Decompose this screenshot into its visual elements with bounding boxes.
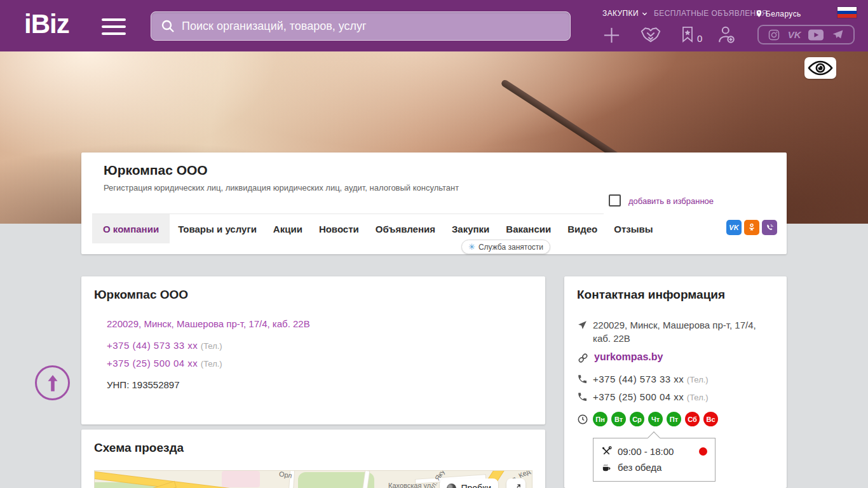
day-badge-sun[interactable]: Вс [703, 412, 718, 426]
day-badge-mon[interactable]: Пн [593, 412, 607, 426]
working-hours-tooltip: 09:00 - 18:00 без обеда [593, 438, 715, 482]
free-ads-link[interactable]: БЕСПЛАТНЫЕ ОБЪЯВЛЕНИЯ [654, 9, 768, 18]
contact-title: Контактная информация [577, 288, 725, 302]
tab-about[interactable]: О компании [92, 214, 170, 243]
map-title: Схема проезда [94, 441, 184, 455]
phone-icon [577, 391, 588, 402]
favorites-count[interactable]: 0 [697, 33, 702, 44]
phone-type: (Тел.) [687, 393, 709, 402]
phone-link[interactable]: +375 (25) 500 04 xx [107, 358, 198, 369]
day-badge-sat[interactable]: Сб [685, 412, 700, 426]
phone-number[interactable]: +375 (25) 500 04 xx [593, 391, 684, 402]
tooltip-caret [648, 431, 660, 444]
phone-type: (Тел.) [687, 375, 709, 384]
employment-badge-label: Служба занятости [478, 243, 543, 252]
contact-address: 220029, Минск, Машерова пр-т, 17/4, каб.… [593, 318, 774, 345]
tab-video[interactable]: Видео [559, 214, 606, 243]
tab-ads[interactable]: Объявления [367, 214, 444, 243]
about-card: Юркомпас ООО 220029, Минск, Машерова пр-… [81, 276, 545, 424]
scroll-to-top-button[interactable] [35, 365, 70, 400]
day-badge-thu[interactable]: Чт [648, 412, 663, 426]
working-hours: 09:00 - 18:00 [618, 446, 674, 457]
vk-share-icon[interactable]: VK [726, 220, 742, 235]
youtube-icon[interactable] [808, 29, 824, 41]
contact-phone-row: +375 (25) 500 04 xx (Тел.) [593, 391, 709, 403]
odnoklassniki-icon[interactable] [744, 220, 759, 235]
company-unp: УНП: 193552897 [107, 379, 180, 390]
map-district-area [222, 471, 260, 487]
tab-products[interactable]: Товары и услуги [170, 214, 265, 243]
map-fullscreen-button[interactable] [506, 478, 526, 488]
working-days: Пн Вт Ср Чт Пт Сб Вс [593, 412, 718, 426]
navigation-arrow-icon [577, 320, 588, 330]
about-phone-row: +375 (44) 573 33 xx (Тел.) [107, 340, 222, 351]
day-badge-tue[interactable]: Вт [611, 412, 626, 426]
header: iBiz ЗАКУПКИ БЕСПЛАТНЫЕ ОБЪЯВЛЕНИЯ Белар… [0, 0, 868, 51]
menu-icon[interactable] [102, 18, 126, 35]
logo[interactable]: iBiz [24, 9, 69, 39]
company-social-links: VK [726, 220, 777, 235]
phone-type: (Тел.) [201, 359, 222, 369]
chevron-down-icon [641, 10, 648, 17]
tab-reviews[interactable]: Отзывы [606, 214, 661, 243]
location-pin-icon [755, 9, 763, 18]
closed-now-indicator [699, 447, 707, 456]
day-badge-fri[interactable]: Пт [667, 412, 681, 426]
map[interactable]: Орл Каховская ул. ул. Яку ул. Кед Пробки [94, 470, 532, 488]
page: iBiz ЗАКУПКИ БЕСПЛАТНЫЕ ОБЪЯВЛЕНИЯ Белар… [0, 0, 868, 488]
day-badge-wed[interactable]: Ср [630, 412, 644, 426]
employment-spark-icon: ✳ [468, 242, 475, 252]
expand-icon [512, 484, 521, 488]
search-input[interactable] [182, 20, 561, 33]
about-phone-row: +375 (25) 500 04 xx (Тел.) [107, 358, 222, 369]
map-card: Схема проезда Орл Каховская ул. ул. Яку … [81, 430, 545, 488]
link-icon [577, 352, 589, 364]
company-description: Регистрация юридических лиц, ликвидация … [104, 183, 459, 193]
phone-number[interactable]: +375 (44) 573 33 xx [593, 374, 684, 384]
tab-promotions[interactable]: Акции [265, 214, 311, 243]
contact-phone-row: +375 (44) 573 33 xx (Тел.) [593, 374, 709, 385]
about-address-link[interactable]: 220029, Минск, Машерова пр-т, 17/4, каб.… [107, 318, 310, 329]
handshake-icon[interactable] [639, 24, 662, 46]
company-header-card: Юркомпас ООО Регистрация юридических лиц… [81, 152, 787, 254]
procurement-link[interactable]: ЗАКУПКИ [602, 9, 648, 18]
phone-type: (Тел.) [201, 341, 222, 351]
traffic-light-icon [447, 484, 456, 488]
arrow-up-icon [44, 374, 61, 393]
phone-icon [577, 374, 588, 384]
region-selector[interactable]: Беларусь [755, 9, 801, 18]
header-social-links: VK [757, 25, 855, 44]
eye-icon [808, 60, 833, 76]
traffic-button-label: Пробки [461, 483, 491, 488]
vk-icon[interactable]: VK [788, 29, 801, 40]
lunch-info: без обеда [618, 462, 661, 473]
company-tabs: О компании Товары и услуги Акции Новости… [92, 214, 661, 243]
favorite-checkbox[interactable] [609, 194, 621, 207]
add-company-icon[interactable] [602, 25, 621, 45]
website-link[interactable]: yurkompas.by [594, 351, 663, 363]
about-title: Юркомпас ООО [94, 288, 188, 302]
tools-icon [601, 446, 612, 457]
street-label: Орл [278, 470, 292, 480]
views-eye-button[interactable] [804, 57, 836, 79]
favorites-bookmark-icon[interactable] [679, 24, 696, 44]
phone-link[interactable]: +375 (44) 573 33 xx [107, 340, 198, 351]
viber-icon[interactable] [762, 220, 777, 235]
telegram-icon[interactable] [831, 29, 844, 41]
instagram-icon[interactable] [768, 29, 780, 41]
language-flag-ru[interactable] [837, 7, 857, 18]
register-user-icon[interactable] [715, 24, 736, 45]
search-icon [160, 18, 175, 34]
clock-icon [577, 414, 588, 425]
company-name: Юркомпас ООО [104, 163, 208, 178]
favorite-label[interactable]: добавить в избранное [628, 196, 714, 206]
tab-news[interactable]: Новости [311, 214, 367, 243]
contact-info-card: Контактная информация 220029, Минск, Маш… [564, 276, 787, 488]
street-label: Каховская ул. [388, 482, 433, 488]
coffee-cup-icon [601, 462, 612, 473]
employment-service-badge[interactable]: ✳ Служба занятости [461, 240, 550, 254]
traffic-button[interactable]: Пробки [440, 478, 498, 488]
search-bar [151, 11, 571, 41]
